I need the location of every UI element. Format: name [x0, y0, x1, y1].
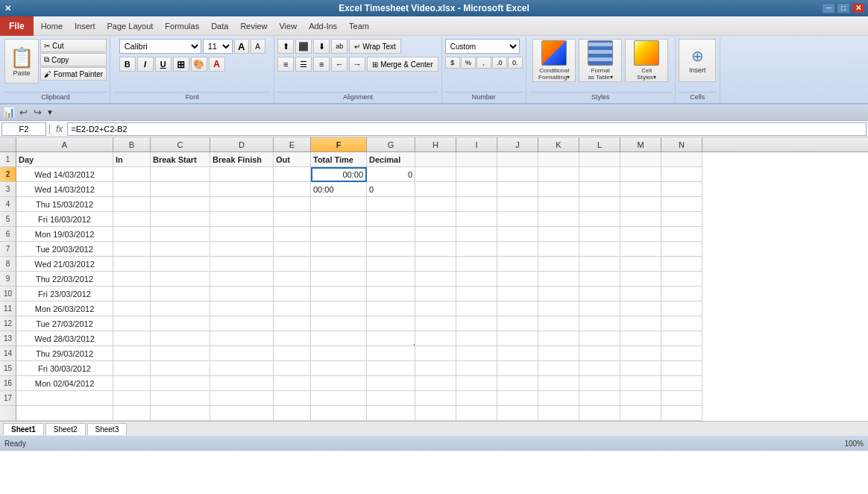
- cell-k13[interactable]: [538, 331, 579, 346]
- paste-button[interactable]: 📋 Paste: [4, 39, 39, 84]
- cell-l14[interactable]: [579, 346, 620, 361]
- cell-c13[interactable]: [151, 331, 210, 346]
- cell-j10[interactable]: [497, 287, 538, 301]
- sheet-tab-2[interactable]: Sheet2: [45, 423, 86, 435]
- cell-d7[interactable]: [210, 242, 274, 257]
- cell-i14[interactable]: [456, 346, 497, 361]
- cell-f13[interactable]: [311, 331, 367, 346]
- cell-l16[interactable]: [579, 376, 620, 391]
- cell-l9[interactable]: [579, 272, 620, 287]
- cell-k2[interactable]: [538, 167, 579, 182]
- sheet-tab-3[interactable]: Sheet3: [87, 423, 128, 435]
- cell-n14[interactable]: [661, 346, 702, 361]
- cell-l12[interactable]: [579, 316, 620, 331]
- cell-h11[interactable]: [415, 301, 456, 316]
- cell-c16[interactable]: [151, 376, 210, 391]
- cell-b2[interactable]: [113, 167, 151, 182]
- cell-k3[interactable]: [538, 182, 579, 197]
- col-header-k[interactable]: K: [538, 137, 579, 151]
- cell-j11[interactable]: [497, 301, 538, 316]
- sheet-tab-1[interactable]: Sheet1: [3, 423, 44, 435]
- cell-n5[interactable]: [661, 212, 702, 227]
- cell-g8[interactable]: [367, 257, 415, 272]
- cell-n6[interactable]: [661, 227, 702, 242]
- cell-j8[interactable]: [497, 257, 538, 272]
- page-layout-menu[interactable]: Page Layout: [101, 16, 160, 36]
- cell-c10[interactable]: [151, 287, 210, 301]
- cell-m9[interactable]: [620, 272, 661, 287]
- cell-j15[interactable]: [497, 361, 538, 376]
- cell-f6[interactable]: [311, 227, 367, 242]
- cell-j1[interactable]: [497, 152, 538, 167]
- cell-g3[interactable]: 0: [367, 182, 415, 197]
- cell-h5[interactable]: [415, 212, 456, 227]
- cell-g4[interactable]: [367, 197, 415, 212]
- cell-gundefined[interactable]: [367, 406, 415, 421]
- cell-f2[interactable]: 00:00: [311, 167, 367, 182]
- cell-i12[interactable]: [456, 316, 497, 331]
- cell-k8[interactable]: [538, 257, 579, 272]
- cell-a3[interactable]: Wed 14/03/2012: [16, 182, 113, 197]
- cell-g2[interactable]: 0: [367, 167, 415, 182]
- cell-j12[interactable]: [497, 316, 538, 331]
- cell-a7[interactable]: Tue 20/03/2012: [16, 242, 113, 257]
- team-menu[interactable]: Team: [343, 16, 375, 36]
- function-icon[interactable]: fx: [53, 124, 66, 134]
- cell-f8[interactable]: [311, 257, 367, 272]
- close-button[interactable]: ✕: [852, 3, 865, 13]
- cell-d8[interactable]: [210, 257, 274, 272]
- cell-c8[interactable]: [151, 257, 210, 272]
- align-bottom-button[interactable]: ⬇: [313, 39, 330, 54]
- cell-e5[interactable]: [274, 212, 311, 227]
- cell-g16[interactable]: [367, 376, 415, 391]
- cell-d5[interactable]: [210, 212, 274, 227]
- center-align-button[interactable]: ☰: [295, 57, 312, 72]
- cell-h9[interactable]: [415, 272, 456, 287]
- cell-d4[interactable]: [210, 197, 274, 212]
- cell-b12[interactable]: [113, 316, 151, 331]
- cell-m3[interactable]: [620, 182, 661, 197]
- cell-d16[interactable]: [210, 376, 274, 391]
- cell-j5[interactable]: [497, 212, 538, 227]
- cell-e13[interactable]: [274, 331, 311, 346]
- cell-d17[interactable]: [210, 391, 274, 406]
- cell-a10[interactable]: Fri 23/03/2012: [16, 287, 113, 301]
- cell-f1[interactable]: Total Time: [311, 152, 367, 167]
- cell-d12[interactable]: [210, 316, 274, 331]
- cell-j14[interactable]: [497, 346, 538, 361]
- cell-d10[interactable]: [210, 287, 274, 301]
- minimize-button[interactable]: ─: [822, 3, 835, 13]
- cell-i7[interactable]: [456, 242, 497, 257]
- number-format-selector[interactable]: Custom General Number Currency Accountin…: [445, 39, 520, 54]
- cell-c3[interactable]: [151, 182, 210, 197]
- cell-n2[interactable]: [661, 167, 702, 182]
- cell-m17[interactable]: [620, 391, 661, 406]
- cell-a2[interactable]: Wed 14/03/2012: [16, 167, 113, 182]
- cell-e4[interactable]: [274, 197, 311, 212]
- cell-m10[interactable]: [620, 287, 661, 301]
- cell-h12[interactable]: [415, 316, 456, 331]
- cell-i2[interactable]: [456, 167, 497, 182]
- cell-k11[interactable]: [538, 301, 579, 316]
- format-painter-button[interactable]: 🖌 Format Painter: [40, 67, 107, 81]
- cell-styles-button[interactable]: CellStyles▾: [625, 39, 668, 82]
- cell-k10[interactable]: [538, 287, 579, 301]
- cell-l15[interactable]: [579, 361, 620, 376]
- cell-m4[interactable]: [620, 197, 661, 212]
- cell-b5[interactable]: [113, 212, 151, 227]
- cell-m15[interactable]: [620, 361, 661, 376]
- cell-e7[interactable]: [274, 242, 311, 257]
- cell-c6[interactable]: [151, 227, 210, 242]
- redo-button[interactable]: ↪: [32, 107, 43, 118]
- cell-j13[interactable]: [497, 331, 538, 346]
- col-header-h[interactable]: H: [415, 137, 456, 151]
- cell-d14[interactable]: [210, 346, 274, 361]
- cell-n3[interactable]: [661, 182, 702, 197]
- formulas-menu[interactable]: Formulas: [159, 16, 205, 36]
- cell-l2[interactable]: [579, 167, 620, 182]
- cell-k17[interactable]: [538, 391, 579, 406]
- fill-color-button[interactable]: 🎨: [191, 57, 207, 72]
- cell-e15[interactable]: [274, 361, 311, 376]
- cell-i13[interactable]: [456, 331, 497, 346]
- cell-m2[interactable]: [620, 167, 661, 182]
